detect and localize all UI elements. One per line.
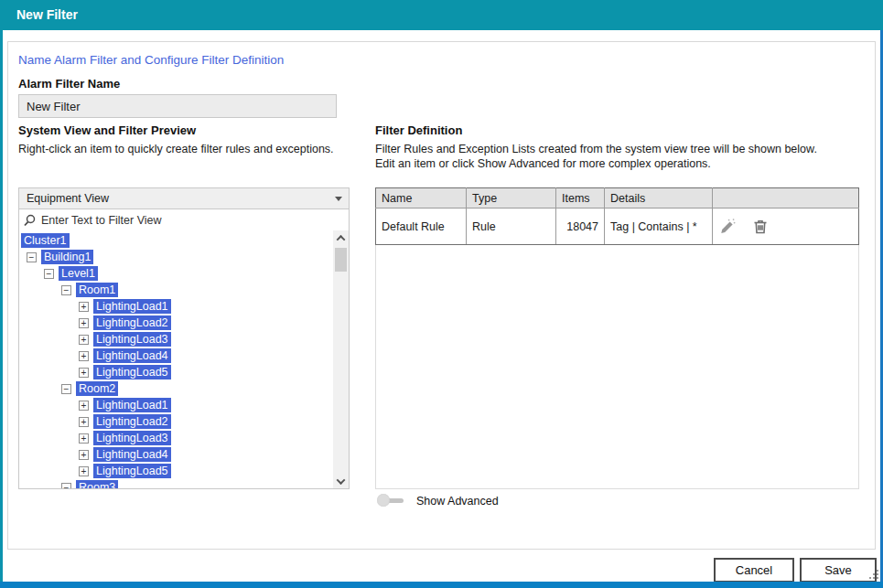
view-selector-dropdown[interactable]: Equipment View	[18, 187, 350, 209]
tree-item-level1[interactable]: −Level1	[19, 265, 333, 282]
expand-icon[interactable]: +	[79, 433, 89, 444]
tree-item-label: Level1	[59, 266, 98, 281]
chevron-up-icon	[337, 234, 346, 243]
tree-item-lightingload2[interactable]: +LightingLoad2	[19, 413, 333, 430]
scroll-down-button[interactable]	[333, 474, 349, 488]
tree-item-lightingload5[interactable]: +LightingLoad5	[19, 463, 333, 479]
tree-item-label: Building1	[41, 250, 93, 264]
system-tree: Cluster1−Building1−Level1−Room1+Lighting…	[19, 232, 333, 488]
system-view-tree[interactable]: Cluster1−Building1−Level1−Room1+Lighting…	[18, 230, 350, 489]
tree-item-label: LightingLoad4	[93, 348, 171, 363]
expand-icon[interactable]: +	[79, 368, 89, 378]
expand-icon[interactable]: +	[79, 401, 89, 411]
tree-item-label: Cluster1	[21, 233, 70, 248]
window-border-left	[0, 30, 3, 588]
new-filter-dialog: New Filter Name Alarm Filter and Configu…	[0, 0, 883, 588]
scroll-up-button[interactable]	[333, 230, 349, 245]
tree-item-lightingload3[interactable]: +LightingLoad3	[19, 331, 333, 347]
filter-definition-heading: Filter Definition	[375, 123, 462, 137]
alarm-filter-name-input[interactable]	[18, 94, 337, 118]
page-title: Name Alarm Filter and Configure Filter D…	[18, 53, 284, 67]
tree-item-building1[interactable]: −Building1	[19, 249, 333, 265]
expand-icon[interactable]: +	[79, 318, 89, 328]
filter-definition-description-1: Filter Rules and Exception Lists created…	[375, 143, 817, 155]
expand-icon[interactable]: +	[79, 335, 89, 345]
tree-item-room3[interactable]: −Room3	[19, 479, 333, 488]
tree-item-lightingload2[interactable]: +LightingLoad2	[19, 315, 333, 331]
tree-item-label: LightingLoad2	[93, 315, 171, 330]
search-icon	[22, 213, 37, 231]
filter-definition-description-2: Edit an item or click Show Advanced for …	[375, 157, 711, 170]
view-selector-value: Equipment View	[27, 192, 109, 205]
tree-item-label: LightingLoad1	[93, 299, 171, 314]
tree-item-cluster1[interactable]: Cluster1	[19, 232, 333, 249]
tree-item-label: LightingLoad5	[93, 464, 171, 478]
tree-item-label: LightingLoad4	[93, 447, 171, 462]
scrollbar-thumb[interactable]	[335, 248, 347, 272]
column-header-type: Type	[467, 188, 556, 208]
expand-icon[interactable]: +	[79, 450, 89, 460]
expand-icon[interactable]: +	[79, 302, 89, 312]
tree-filter-input[interactable]	[18, 209, 350, 231]
tree-item-lightingload4[interactable]: +LightingLoad4	[19, 446, 333, 463]
window-border-bottom	[0, 582, 883, 588]
tree-scrollbar[interactable]	[333, 230, 349, 488]
chevron-down-icon	[337, 476, 346, 485]
expand-icon[interactable]: +	[79, 351, 89, 361]
delete-icon[interactable]	[751, 218, 770, 236]
system-view-heading: System View and Filter Preview	[18, 123, 196, 137]
tree-item-room2[interactable]: −Room2	[19, 380, 333, 397]
tree-filter-search	[18, 209, 350, 231]
column-header-items: Items	[556, 188, 605, 208]
tree-item-room1[interactable]: −Room1	[19, 282, 333, 298]
collapse-icon[interactable]: −	[61, 285, 71, 295]
tree-item-label: Room3	[76, 480, 118, 488]
collapse-icon[interactable]: −	[27, 252, 37, 262]
rule-items-cell: 18047	[556, 208, 605, 245]
show-advanced-label: Show Advanced	[416, 495, 499, 508]
alarm-filter-name-label: Alarm Filter Name	[18, 77, 120, 91]
collapse-icon[interactable]: −	[61, 483, 71, 489]
resize-grip[interactable]	[877, 577, 878, 579]
system-view-instruction: Right-click an item to quickly create fi…	[18, 143, 334, 155]
tree-item-label: LightingLoad3	[93, 332, 171, 347]
rule-details-cell: Tag | Contains | *	[605, 208, 713, 245]
tree-item-label: LightingLoad3	[93, 431, 171, 445]
tree-item-label: LightingLoad1	[93, 398, 171, 412]
column-header-name: Name	[376, 188, 467, 208]
filter-rules-table: Name Type Items Details Default Rule Rul…	[375, 187, 859, 245]
expand-icon[interactable]: +	[79, 466, 89, 476]
column-header-actions	[713, 188, 859, 208]
tree-item-lightingload1[interactable]: +LightingLoad1	[19, 298, 333, 315]
tree-item-lightingload3[interactable]: +LightingLoad3	[19, 430, 333, 446]
tree-item-lightingload4[interactable]: +LightingLoad4	[19, 347, 333, 364]
tree-item-lightingload5[interactable]: +LightingLoad5	[19, 364, 333, 380]
edit-icon[interactable]	[718, 218, 737, 236]
tree-item-lightingload1[interactable]: +LightingLoad1	[19, 397, 333, 413]
tree-item-label: LightingLoad5	[93, 365, 171, 380]
collapse-icon[interactable]: −	[61, 384, 71, 394]
show-advanced-toggle[interactable]	[377, 494, 404, 508]
dialog-title: New Filter	[16, 7, 78, 22]
cancel-button[interactable]: Cancel	[714, 558, 794, 583]
table-header-row: Name Type Items Details	[376, 188, 859, 208]
rule-type-cell: Rule	[467, 208, 556, 245]
tree-item-label: Room2	[76, 381, 118, 396]
chevron-down-icon	[335, 197, 342, 201]
filter-rules-area: Name Type Items Details Default Rule Rul…	[375, 187, 859, 489]
rule-name-cell: Default Rule	[376, 208, 467, 245]
save-button[interactable]: Save	[800, 558, 877, 583]
tree-item-label: Room1	[76, 283, 118, 297]
toggle-knob	[377, 494, 390, 507]
rule-actions-cell	[713, 208, 859, 245]
column-header-details: Details	[605, 188, 713, 208]
dialog-title-bar: New Filter	[0, 0, 883, 30]
expand-icon[interactable]: +	[79, 417, 89, 427]
tree-item-label: LightingLoad2	[93, 414, 171, 429]
collapse-icon[interactable]: −	[44, 269, 54, 279]
table-row[interactable]: Default Rule Rule 18047 Tag | Contains |…	[376, 208, 859, 245]
